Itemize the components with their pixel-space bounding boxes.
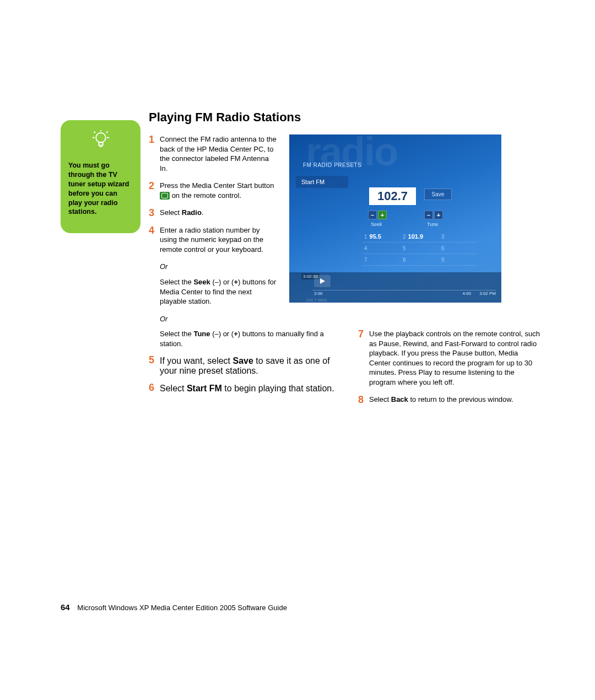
step-bold: Save (233, 356, 253, 365)
step-text: Select (160, 384, 187, 393)
step-text: to begin playing that station. (222, 384, 334, 393)
preset-num: 1 (364, 234, 367, 240)
step-5: 5 If you want, select Save to save it as… (149, 356, 344, 376)
step-1: 1 Connect the FM radio antenna to the ba… (149, 134, 278, 173)
preset-slot[interactable]: 4 (362, 245, 401, 251)
step-text: to return to the previous window. (408, 395, 513, 403)
text: (–) or ( (210, 278, 234, 286)
seek-minus-button[interactable]: – (368, 211, 377, 219)
or-separator: Or (160, 314, 278, 324)
tune-plus-button[interactable]: + (434, 211, 443, 219)
seek-label: Seek (371, 222, 382, 227)
step-number: 2 (149, 179, 154, 192)
presets-heading: FM RADIO PRESETS (303, 162, 361, 168)
preset-slot[interactable]: 195.5 (362, 233, 401, 240)
transport-bar: 3:02:33 3:00 4:00 3:02 PM 102.7 MHz (289, 272, 501, 303)
step-text: Enter a radio station number by using th… (160, 226, 263, 254)
step-3: 3 Select Radio. (149, 208, 278, 218)
svg-point-0 (96, 133, 106, 143)
step-6: 6 Select Start FM to begin playing that … (149, 384, 344, 394)
footer-text: Microsoft Windows XP Media Center Editio… (77, 604, 287, 612)
bold: + (234, 330, 238, 338)
step-text: Select (369, 395, 391, 403)
start-fm-button[interactable]: Start FM (296, 176, 348, 188)
tip-callout: You must go through the TV tuner setup w… (61, 120, 140, 233)
frequency-display: 102.7 (369, 187, 416, 205)
bold: + (234, 278, 238, 286)
preset-num: 9 (441, 257, 445, 263)
preset-slot[interactable]: 5 (401, 245, 439, 251)
seek-plus-button[interactable]: + (378, 211, 387, 219)
step-text: Connect the FM radio antenna to the back… (160, 135, 277, 173)
step-number: 3 (149, 206, 154, 219)
play-button[interactable] (314, 275, 331, 287)
preset-slot[interactable]: 6 (439, 245, 478, 251)
section-heading: Playing FM Radio Stations (149, 110, 540, 125)
step-number: 8 (358, 393, 364, 406)
time-end: 4:00 (462, 291, 471, 296)
tune-label: Tune (427, 222, 438, 227)
bold: Tune (193, 330, 210, 338)
frequency-small: 102.7 MHz (306, 298, 327, 303)
text: Select the (160, 278, 193, 286)
preset-num: 3 (441, 234, 445, 240)
background-watermark: radio (306, 134, 397, 174)
step-number: 5 (149, 354, 154, 366)
step-text: Select (160, 208, 182, 217)
preset-num: 7 (364, 257, 367, 263)
step-number: 6 (149, 382, 154, 394)
preset-grid: 195.5 2101.9 3 4 5 6 7 8 9 (362, 231, 478, 266)
step-number: 1 (149, 133, 154, 146)
preset-val: 101.9 (408, 233, 424, 240)
time-start: 3:00 (314, 291, 323, 296)
preset-slot[interactable]: 3 (439, 234, 478, 240)
tune-minus-button[interactable]: – (424, 211, 433, 219)
step-bold: Radio (182, 208, 202, 217)
preset-slot[interactable]: 2101.9 (401, 233, 439, 240)
step-text: on the remote control. (172, 191, 241, 200)
step-bold: Back (391, 395, 408, 403)
tip-text: You must go through the TV tuner setup w… (68, 161, 133, 217)
step-4: 4 Enter a radio station number by using … (149, 225, 278, 255)
step-bold: Start FM (187, 384, 222, 393)
page-footer: 64 Microsoft Windows XP Media Center Edi… (61, 602, 287, 612)
step-7: 7 Use the playback controls on the remot… (358, 329, 540, 387)
text: Select the (160, 330, 193, 338)
preset-num: 6 (441, 245, 445, 251)
preset-val: 95.5 (370, 233, 381, 240)
preset-num: 5 (403, 245, 406, 251)
seek-controls: – + (368, 211, 387, 219)
step-8: 8 Select Back to return to the previous … (358, 395, 540, 405)
step-4-alt2: Select the Tune (–) or (+) buttons to ma… (160, 329, 344, 348)
lightbulb-icon (68, 130, 133, 154)
preset-num: 8 (403, 257, 406, 263)
bold: Seek (193, 278, 210, 286)
step-text: If you want, select (160, 356, 233, 365)
preset-num: 4 (364, 245, 367, 251)
tune-controls: – + (424, 211, 443, 219)
text: (–) or ( (210, 330, 234, 338)
step-2: 2 Press the Media Center Start button on… (149, 181, 278, 200)
step-text: Press the Media Center Start button (160, 181, 274, 190)
media-center-icon (160, 192, 170, 200)
preset-num: 2 (403, 234, 406, 240)
clock-time: 3:02 PM (479, 291, 496, 296)
fm-radio-screenshot: radio FM RADIO PRESETS Start FM 102.7 Sa… (289, 134, 501, 303)
preset-slot[interactable]: 7 (362, 257, 401, 263)
step-4-alt1: Select the Seek (–) or (+) buttons for M… (160, 277, 278, 306)
preset-slot[interactable]: 8 (401, 257, 439, 263)
progress-bar[interactable] (312, 290, 496, 290)
step-text: . (202, 208, 204, 217)
page-number: 64 (61, 602, 70, 612)
step-number: 7 (358, 327, 364, 341)
save-button[interactable]: Save (424, 189, 452, 200)
or-separator: Or (160, 262, 278, 272)
preset-slot[interactable]: 9 (439, 257, 478, 263)
step-text: Use the playback controls on the remote … (369, 330, 540, 386)
step-number: 4 (149, 224, 154, 237)
